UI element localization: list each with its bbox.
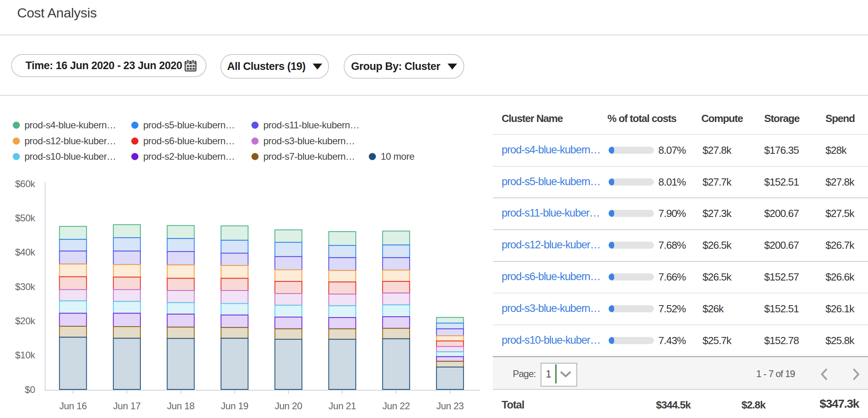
svg-text:$10k: $10k xyxy=(15,350,36,360)
svg-text:$40k: $40k xyxy=(15,247,36,257)
svg-text:Jun 22: Jun 22 xyxy=(382,401,410,411)
svg-text:$20k: $20k xyxy=(15,315,36,326)
svg-text:Jun 23: Jun 23 xyxy=(436,401,464,411)
svg-text:$0: $0 xyxy=(25,384,35,395)
svg-text:$30k: $30k xyxy=(15,281,36,292)
svg-text:Jun 21: Jun 21 xyxy=(329,401,356,411)
svg-text:$50k: $50k xyxy=(15,213,36,223)
svg-text:Jun 19: Jun 19 xyxy=(221,401,248,411)
svg-text:Jun 20: Jun 20 xyxy=(274,401,302,411)
svg-text:$60k: $60k xyxy=(15,178,36,189)
svg-text:Jun 16: Jun 16 xyxy=(59,401,87,411)
svg-text:Jun 17: Jun 17 xyxy=(113,401,140,411)
svg-text:Jun 18: Jun 18 xyxy=(167,401,195,411)
